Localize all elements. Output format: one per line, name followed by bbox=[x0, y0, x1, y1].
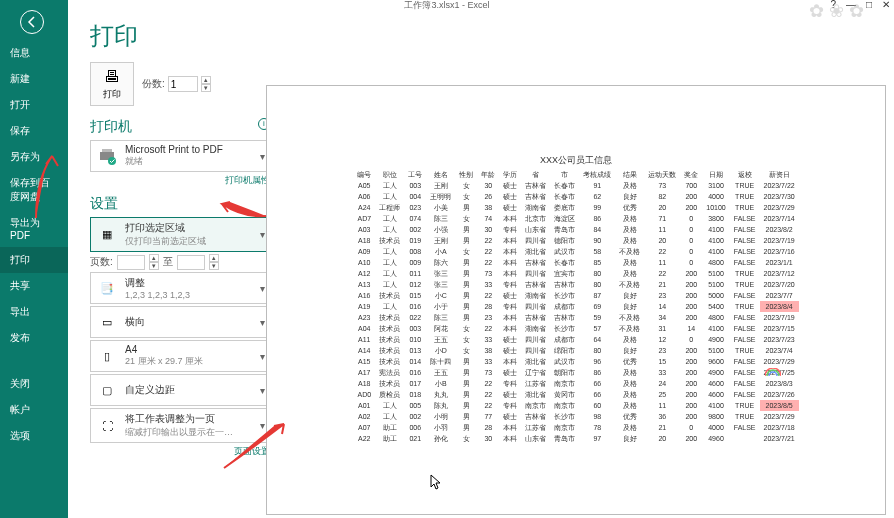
scaling-icon: ⛶ bbox=[95, 414, 119, 438]
table-header: 姓名 bbox=[426, 169, 455, 180]
table-row: A15技术员014陈十四男33本科湖北省武汉市96优秀152009600FALS… bbox=[353, 356, 798, 367]
table-header: 编号 bbox=[353, 169, 375, 180]
print-button-label: 打印 bbox=[103, 88, 121, 101]
table-row: A12工人011张三男73本科四川省宜宾市80及格222005100TRUE20… bbox=[353, 268, 798, 279]
sidebar-item-12[interactable]: 帐户 bbox=[0, 397, 68, 423]
sidebar-item-2[interactable]: 打开 bbox=[0, 92, 68, 118]
sidebar-item-3[interactable]: 保存 bbox=[0, 118, 68, 144]
table-header: 返校 bbox=[730, 169, 760, 180]
sidebar-item-9[interactable]: 导出 bbox=[0, 299, 68, 325]
copies-spinner-down[interactable]: ▼ bbox=[201, 84, 211, 92]
annotation-arrow-lastrow bbox=[220, 420, 290, 472]
sidebar-item-10[interactable]: 发布 bbox=[0, 325, 68, 351]
chevron-down-icon: ▾ bbox=[260, 351, 265, 362]
print-button[interactable]: 🖶 打印 bbox=[90, 62, 134, 106]
annotation-arrow-sidebar bbox=[34, 150, 64, 222]
table-header: 奖金 bbox=[680, 169, 702, 180]
table-header: 日期 bbox=[702, 169, 729, 180]
sidebar-item-0[interactable]: 信息 bbox=[0, 40, 68, 66]
pages-to-up[interactable]: ▲ bbox=[209, 254, 219, 262]
chevron-down-icon: ▾ bbox=[260, 283, 265, 294]
table-header: 市 bbox=[550, 169, 579, 180]
table-header: 职位 bbox=[375, 169, 404, 180]
table-header: 性别 bbox=[455, 169, 477, 180]
setting-papersize-main: A4 bbox=[125, 344, 254, 355]
copies-input[interactable] bbox=[168, 76, 198, 92]
sidebar-item-1[interactable]: 新建 bbox=[0, 66, 68, 92]
table-row: AD7工人074陈三女74本科北京市海淀区86及格7103800FALSE202… bbox=[353, 213, 798, 224]
copies-spinner-up[interactable]: ▲ bbox=[201, 76, 211, 84]
setting-paper-size[interactable]: ▯ A4 21 厘米 x 29.7 厘米 ▾ bbox=[90, 340, 270, 372]
table-row: A06工人004王明明女26硕士吉林省长春市62良好822004000TRUE2… bbox=[353, 191, 798, 202]
pages-from-input[interactable] bbox=[117, 255, 145, 270]
setting-margins[interactable]: ▢ 自定义边距 ▾ bbox=[90, 374, 270, 406]
cursor-icon bbox=[430, 474, 442, 492]
table-row: A24工程师023小美男38硕士湖南省娄底市99优秀2020010100TRUE… bbox=[353, 202, 798, 213]
collate-icon: 📑 bbox=[95, 276, 119, 300]
table-header: 年龄 bbox=[477, 169, 499, 180]
table-row: A10工人009陈六男22本科吉林省长春市85及格1104800FALSE202… bbox=[353, 257, 798, 268]
table-row: A03工人002小强男30专科山东省青岛市84及格1104100FALSE202… bbox=[353, 224, 798, 235]
table-row: A18技术员019王刚男22本科四川省德阳市90及格2004100FALSE20… bbox=[353, 235, 798, 246]
sidebar-item-7[interactable]: 打印 bbox=[0, 247, 68, 273]
table-row: A16技术员015小C男22硕士湖南省长沙市87良好232005000FALSE… bbox=[353, 290, 798, 301]
setting-margins-main: 自定义边距 bbox=[125, 383, 254, 397]
margins-icon: ▢ bbox=[95, 378, 119, 402]
setting-collated[interactable]: 📑 调整 1,2,3 1,2,3 1,2,3 ▾ bbox=[90, 272, 270, 304]
table-row: A11技术员010王五女33硕士四川省成都市64及格1204900FALSE20… bbox=[353, 334, 798, 345]
maximize-button[interactable]: □ bbox=[866, 0, 872, 10]
sidebar-item-8[interactable]: 共享 bbox=[0, 273, 68, 299]
table-row: A02工人002小明男77硕士吉林省长沙市98优秀362009800TRUE20… bbox=[353, 411, 798, 422]
close-button[interactable]: ✕ bbox=[882, 0, 890, 10]
table-row: A19工人016小于男28专科四川省成都市69良好142005400TRUE20… bbox=[353, 301, 798, 312]
title-bar-text: 工作簿3.xlsx1 - Excel bbox=[404, 0, 489, 10]
setting-print-area-main: 打印选定区域 bbox=[125, 221, 254, 235]
setting-print-area-sub: 仅打印当前选定区域 bbox=[125, 235, 254, 248]
table-header: 运动天数 bbox=[644, 169, 680, 180]
printer-icon: 🖶 bbox=[104, 68, 120, 86]
orientation-icon: ▭ bbox=[95, 310, 119, 334]
table-header: 考核成绩 bbox=[579, 169, 615, 180]
table-row: A01工人005陈丸男22专科南京市南京市60及格112004100TRUE20… bbox=[353, 400, 798, 411]
table-header: 工号 bbox=[404, 169, 426, 180]
setting-orientation[interactable]: ▭ 横向 ▾ bbox=[90, 306, 270, 338]
printer-status-icon bbox=[95, 144, 119, 168]
pages-from-down[interactable]: ▼ bbox=[149, 262, 159, 270]
page-icon: ▯ bbox=[95, 344, 119, 368]
table-row: A05工人003王刚女30硕士吉林省长春市91及格737003100TRUE20… bbox=[353, 180, 798, 191]
chevron-down-icon: ▾ bbox=[260, 317, 265, 328]
sidebar-item-13[interactable]: 选项 bbox=[0, 423, 68, 449]
svg-rect-1 bbox=[102, 149, 112, 152]
preview-doc-title: XXX公司员工信息 bbox=[275, 154, 877, 167]
printer-name: Microsoft Print to PDF bbox=[125, 144, 254, 155]
decorative-art: ✿ ❀ ✿ bbox=[809, 0, 864, 22]
setting-papersize-sub: 21 厘米 x 29.7 厘米 bbox=[125, 355, 254, 368]
rainbow-icon bbox=[765, 366, 781, 374]
annotation-arrow-setting bbox=[218, 200, 268, 222]
pages-to-label: 至 bbox=[163, 255, 173, 269]
pages-to-input[interactable] bbox=[177, 255, 205, 270]
pages-from-up[interactable]: ▲ bbox=[149, 254, 159, 262]
table-row: A23技术员022陈三男23本科吉林省吉林市59不及格342004800FALS… bbox=[353, 312, 798, 323]
setting-print-area[interactable]: ▦ 打印选定区域 仅打印当前选定区域 ▾ bbox=[90, 217, 270, 252]
backstage-sidebar: 信息新建打开保存另存为保存到百度网盘导出为PDF打印共享导出发布关闭帐户选项 bbox=[0, 0, 68, 518]
table-header: 学历 bbox=[499, 169, 521, 180]
print-preview: XXX公司员工信息 编号职位工号姓名性别年龄学历省市考核成绩结果运动天数奖金日期… bbox=[266, 85, 886, 515]
table-row: AD0质检员018丸丸男22硕士湖北省黄冈市66及格252004600FALSE… bbox=[353, 389, 798, 400]
pages-to-down[interactable]: ▼ bbox=[209, 262, 219, 270]
setting-collated-sub: 1,2,3 1,2,3 1,2,3 bbox=[125, 290, 254, 300]
table-row: A22助工021孙化女30本科山东省青岛市97良好2020049602023/7… bbox=[353, 433, 798, 444]
printer-properties-link[interactable]: 打印机属性 bbox=[90, 174, 270, 187]
copies-label: 份数: bbox=[142, 77, 165, 91]
table-header: 薪资日 bbox=[760, 169, 799, 180]
sidebar-item-11[interactable]: 关闭 bbox=[0, 371, 68, 397]
setting-orientation-main: 横向 bbox=[125, 315, 254, 329]
table-header: 结果 bbox=[615, 169, 644, 180]
sheet-icon: ▦ bbox=[95, 223, 119, 247]
page-title: 打印 bbox=[90, 20, 270, 52]
back-button[interactable] bbox=[20, 10, 44, 34]
table-row: A14技术员013小D女38硕士四川省绵阳市80良好232005100TRUE2… bbox=[353, 345, 798, 356]
printer-status: 就绪 bbox=[125, 155, 254, 168]
table-row: A09工人008小A女22本科湖北省武汉市58不及格2204100FALSE20… bbox=[353, 246, 798, 257]
printer-selector[interactable]: Microsoft Print to PDF 就绪 ▾ bbox=[90, 140, 270, 172]
